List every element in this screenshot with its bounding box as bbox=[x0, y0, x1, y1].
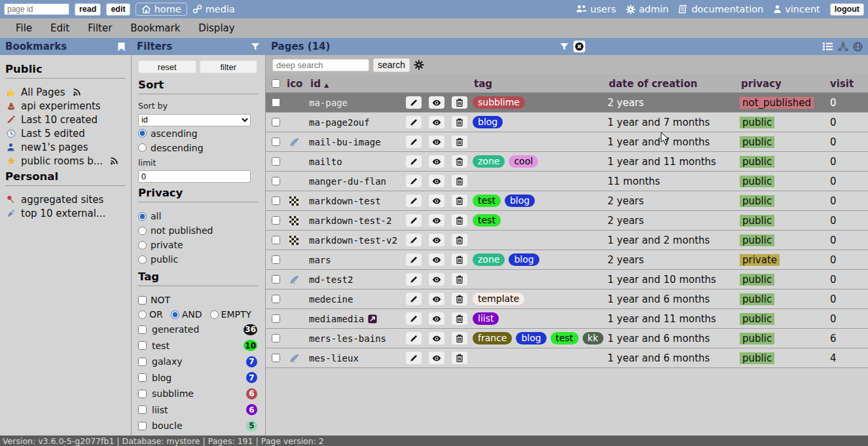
row-select-checkbox[interactable] bbox=[272, 216, 280, 225]
bookmark-item[interactable]: top 10 external... bbox=[5, 206, 126, 220]
row-select-checkbox[interactable] bbox=[272, 275, 280, 284]
row-select-checkbox[interactable] bbox=[272, 295, 280, 303]
page-id[interactable]: mars bbox=[309, 255, 406, 265]
filter-button[interactable]: filter bbox=[200, 60, 258, 73]
logout-button[interactable]: logout bbox=[830, 3, 864, 16]
tag-logic-or[interactable]: OR bbox=[138, 309, 163, 320]
privacy-option-not-published[interactable]: not published bbox=[138, 223, 257, 238]
edit-page-button[interactable] bbox=[406, 332, 422, 344]
col-privacy[interactable]: privacy bbox=[740, 78, 829, 90]
edit-page-button[interactable] bbox=[406, 253, 422, 266]
delete-page-button[interactable] bbox=[452, 214, 467, 227]
external-link-icon[interactable] bbox=[368, 314, 377, 324]
privacy-radio[interactable] bbox=[138, 255, 147, 264]
media-link[interactable]: media bbox=[192, 4, 235, 14]
menu-bookmark[interactable]: Bookmark bbox=[121, 22, 189, 34]
delete-page-button[interactable] bbox=[452, 332, 467, 344]
tag-checkbox[interactable] bbox=[138, 358, 147, 366]
tag-pill[interactable]: blog bbox=[509, 253, 539, 266]
delete-page-button[interactable] bbox=[452, 155, 467, 168]
menu-filter[interactable]: Filter bbox=[79, 22, 121, 34]
users-link[interactable]: users bbox=[576, 4, 616, 14]
tag-logic-radio[interactable] bbox=[171, 310, 179, 319]
row-select-checkbox[interactable] bbox=[272, 314, 280, 323]
search-settings-gear-icon[interactable] bbox=[414, 60, 424, 70]
view-page-button[interactable] bbox=[429, 234, 444, 246]
rss-icon[interactable] bbox=[73, 88, 81, 96]
delete-page-button[interactable] bbox=[452, 293, 467, 305]
tag-checkbox[interactable] bbox=[138, 422, 147, 430]
bookmark-item[interactable]: api experiments bbox=[5, 99, 126, 113]
page-id[interactable]: mes-lieux bbox=[309, 353, 406, 363]
reset-button[interactable]: reset bbox=[138, 60, 196, 73]
home-button[interactable]: home bbox=[136, 3, 187, 16]
pages-filter-icon[interactable] bbox=[560, 43, 569, 51]
page-id[interactable]: mailto bbox=[309, 157, 406, 167]
page-id[interactable]: md-test2 bbox=[309, 274, 406, 285]
edit-page-button[interactable] bbox=[406, 116, 422, 128]
view-page-button[interactable] bbox=[429, 136, 444, 148]
view-page-button[interactable] bbox=[429, 195, 444, 207]
search-button[interactable]: search bbox=[373, 58, 410, 72]
tag-filter-blog[interactable]: blog7 bbox=[138, 370, 257, 386]
privacy-option-all[interactable]: all bbox=[138, 209, 257, 223]
delete-page-button[interactable] bbox=[452, 175, 467, 187]
menu-display[interactable]: Display bbox=[189, 22, 244, 34]
delete-page-button[interactable] bbox=[452, 253, 467, 266]
view-page-button[interactable] bbox=[429, 352, 444, 364]
row-select-checkbox[interactable] bbox=[272, 255, 280, 264]
tag-filter-test[interactable]: test10 bbox=[138, 338, 257, 354]
edit-page-button[interactable] bbox=[406, 234, 422, 246]
bookmark-item[interactable]: All Pages bbox=[5, 85, 126, 99]
tag-logic-empty[interactable]: EMPTY bbox=[210, 309, 251, 320]
view-page-button[interactable] bbox=[429, 253, 444, 266]
tag-pill[interactable]: test bbox=[551, 332, 579, 344]
bookmark-item[interactable]: public rooms b... bbox=[5, 154, 126, 168]
tag-pill[interactable]: template bbox=[473, 293, 524, 305]
view-page-button[interactable] bbox=[429, 273, 444, 286]
row-select-checkbox[interactable] bbox=[272, 196, 280, 205]
page-id[interactable]: markdown-test-v2 bbox=[309, 235, 406, 246]
bookmark-item[interactable]: Last 10 created bbox=[5, 113, 126, 126]
delete-page-button[interactable] bbox=[452, 352, 467, 364]
admin-link[interactable]: admin bbox=[626, 4, 668, 14]
edit-page-button[interactable] bbox=[406, 136, 422, 148]
view-page-button[interactable] bbox=[429, 96, 444, 109]
view-page-button[interactable] bbox=[429, 293, 444, 305]
delete-page-button[interactable] bbox=[452, 96, 467, 109]
delete-page-button[interactable] bbox=[452, 195, 467, 207]
tag-pill[interactable]: subblime bbox=[473, 96, 525, 109]
edit-page-button[interactable] bbox=[406, 312, 422, 325]
edit-page-button[interactable] bbox=[406, 293, 422, 305]
tag-pill[interactable]: kk bbox=[583, 332, 604, 344]
tag-filter-galaxy[interactable]: galaxy7 bbox=[138, 354, 257, 370]
tag-pill[interactable]: france bbox=[473, 332, 512, 344]
menu-file[interactable]: File bbox=[7, 22, 41, 34]
rss-icon[interactable] bbox=[110, 157, 118, 165]
edit-page-button[interactable] bbox=[406, 214, 422, 227]
tag-checkbox[interactable] bbox=[138, 390, 147, 398]
tag-logic-and[interactable]: AND bbox=[171, 309, 202, 320]
row-select-checkbox[interactable] bbox=[272, 138, 280, 146]
tag-filter-liist[interactable]: liist6 bbox=[138, 402, 257, 418]
row-select-checkbox[interactable] bbox=[272, 157, 280, 166]
tag-checkbox[interactable] bbox=[138, 405, 147, 414]
bookmark-item[interactable]: Last 5 edited bbox=[5, 126, 126, 140]
bookmark-item[interactable]: aggregated sites bbox=[5, 193, 126, 206]
tag-pill[interactable]: test bbox=[473, 214, 501, 227]
view-page-button[interactable] bbox=[429, 214, 444, 227]
page-id[interactable]: medecine bbox=[309, 294, 406, 305]
privacy-radio[interactable] bbox=[138, 227, 147, 235]
sort-order-radio[interactable] bbox=[138, 143, 147, 152]
deep-search-input[interactable] bbox=[272, 59, 369, 71]
tag-pill[interactable]: zone bbox=[473, 253, 505, 266]
tag-not-checkbox[interactable] bbox=[138, 296, 147, 305]
delete-page-button[interactable] bbox=[452, 136, 467, 148]
view-page-button[interactable] bbox=[429, 116, 444, 128]
edit-page-button[interactable] bbox=[406, 175, 422, 187]
row-select-checkbox[interactable] bbox=[272, 177, 280, 185]
page-id[interactable]: ma-page2ouf bbox=[309, 117, 406, 128]
bookmark-icon[interactable] bbox=[117, 42, 126, 52]
delete-page-button[interactable] bbox=[452, 116, 467, 128]
tag-pill[interactable]: blog bbox=[473, 116, 503, 128]
